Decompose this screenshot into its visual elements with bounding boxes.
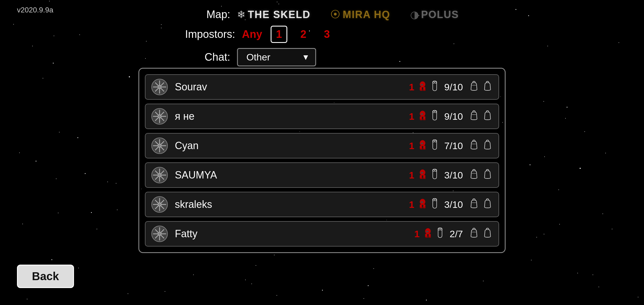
footprint-icon xyxy=(436,227,444,240)
player-count: 2/7 xyxy=(450,228,463,239)
svg-rect-6 xyxy=(420,90,423,91)
player-count: 3/10 xyxy=(444,199,463,210)
game-info: 1 3/10 xyxy=(409,198,493,211)
bag-icon-1 xyxy=(469,139,479,152)
impostor-count: 1 xyxy=(409,82,414,93)
svg-rect-37 xyxy=(423,178,425,179)
bag-icon-1 xyxy=(469,80,479,93)
bag-icon-2 xyxy=(482,227,493,240)
map-options: ❄ THE SKELD ⦿ MIRA HQ ◑ POLUS xyxy=(237,9,459,21)
impostor-3[interactable]: 3 xyxy=(319,27,334,42)
game-icon xyxy=(151,79,168,95)
bag-icon-2 xyxy=(482,169,493,182)
player-count: 9/10 xyxy=(444,111,463,122)
footprint-icon xyxy=(431,139,439,152)
svg-rect-17 xyxy=(423,119,425,120)
impostor-2[interactable]: 2 xyxy=(296,27,311,42)
svg-rect-23 xyxy=(421,143,423,144)
svg-point-51 xyxy=(158,232,161,236)
footprint-icon xyxy=(431,110,439,123)
footprint-icon xyxy=(431,169,439,182)
svg-point-31 xyxy=(158,173,161,177)
impostor-helmet-icon xyxy=(417,139,428,152)
back-button[interactable]: Back xyxy=(17,265,74,288)
svg-point-18 xyxy=(433,111,434,113)
svg-rect-56 xyxy=(425,236,428,238)
game-list: Sourav 1 9/10 я не 1 xyxy=(138,68,506,253)
bag-icon-2 xyxy=(482,139,493,152)
game-name: skraleks xyxy=(175,199,409,210)
map-polus[interactable]: ◑ POLUS xyxy=(410,9,459,21)
svg-point-58 xyxy=(438,228,440,230)
svg-rect-7 xyxy=(423,90,425,91)
impostor-count: 1 xyxy=(409,111,414,122)
svg-point-1 xyxy=(158,85,161,89)
svg-rect-27 xyxy=(423,148,425,150)
bag-icon-1 xyxy=(469,227,479,240)
player-count: 3/10 xyxy=(444,170,463,181)
impostor-helmet-icon xyxy=(423,227,433,240)
game-name: Fatty xyxy=(175,228,414,240)
game-name: я не xyxy=(175,110,409,122)
map-skeld[interactable]: ❄ THE SKELD xyxy=(237,9,310,21)
impostors-label: Impostors: xyxy=(185,28,235,40)
game-row[interactable]: Fatty 1 2/7 xyxy=(145,221,499,247)
svg-point-19 xyxy=(435,111,436,113)
game-icon xyxy=(151,137,168,154)
game-row[interactable]: skraleks 1 3/10 xyxy=(145,192,499,217)
player-count: 9/10 xyxy=(444,82,463,93)
game-row[interactable]: Sourav 1 9/10 xyxy=(145,74,499,100)
game-name: Cyan xyxy=(175,140,409,152)
map-label: Map: xyxy=(185,8,230,21)
game-row[interactable]: я не 1 9/10 xyxy=(145,104,499,129)
chat-row: Chat: Other ▼ xyxy=(185,48,316,66)
map-mira[interactable]: ⦿ MIRA HQ xyxy=(330,9,390,21)
dropdown-arrow-icon: ▼ xyxy=(302,53,310,62)
version-label: v2020.9.9a xyxy=(17,6,53,14)
impostor-helmet-icon xyxy=(417,80,428,93)
impostor-count: 1 xyxy=(409,140,414,151)
impostor-count: 1 xyxy=(409,170,414,181)
game-info: 1 3/10 xyxy=(409,169,493,182)
impostor-count: 1 xyxy=(414,228,420,239)
svg-rect-3 xyxy=(421,84,423,85)
game-icon xyxy=(151,196,168,213)
svg-rect-13 xyxy=(421,113,423,115)
game-info: 1 9/10 xyxy=(409,80,493,93)
svg-point-11 xyxy=(158,115,161,118)
game-info: 1 7/10 xyxy=(409,139,493,152)
bag-icon-1 xyxy=(469,198,479,211)
svg-point-9 xyxy=(435,81,436,83)
svg-point-48 xyxy=(433,199,434,201)
game-row[interactable]: SAUMYA 1 3/10 xyxy=(145,162,499,188)
impostors-row: Impostors: Any 1 2 3 xyxy=(185,26,334,43)
svg-point-8 xyxy=(433,81,434,83)
impostor-helmet-icon xyxy=(417,198,428,211)
chat-label: Chat: xyxy=(185,51,230,63)
svg-rect-57 xyxy=(428,236,431,238)
svg-rect-46 xyxy=(420,207,423,208)
svg-rect-33 xyxy=(421,172,423,173)
map-row: Map: ❄ THE SKELD ⦿ MIRA HQ ◑ POLUS xyxy=(185,8,459,21)
game-name: SAUMYA xyxy=(175,169,409,181)
settings-panel: Map: ❄ THE SKELD ⦿ MIRA HQ ◑ POLUS Impos… xyxy=(185,8,459,66)
svg-point-21 xyxy=(158,144,161,147)
impostor-1[interactable]: 1 xyxy=(271,26,287,43)
svg-rect-47 xyxy=(423,207,425,208)
svg-rect-26 xyxy=(420,148,423,150)
svg-point-39 xyxy=(435,169,436,171)
footprint-icon xyxy=(431,80,439,93)
impostor-options: Any 1 2 3 xyxy=(242,26,334,43)
svg-point-49 xyxy=(435,199,436,201)
game-row[interactable]: Cyan 1 7/10 xyxy=(145,133,499,158)
chat-dropdown[interactable]: Other ▼ xyxy=(237,48,316,66)
impostor-helmet-icon xyxy=(417,110,428,123)
bag-icon-1 xyxy=(469,169,479,182)
svg-rect-16 xyxy=(420,119,423,120)
chat-value: Other xyxy=(246,52,270,63)
bag-icon-1 xyxy=(469,110,479,123)
svg-point-59 xyxy=(440,228,442,230)
svg-rect-43 xyxy=(421,201,423,203)
impostor-any[interactable]: Any xyxy=(242,28,262,40)
footprint-icon xyxy=(431,198,439,211)
